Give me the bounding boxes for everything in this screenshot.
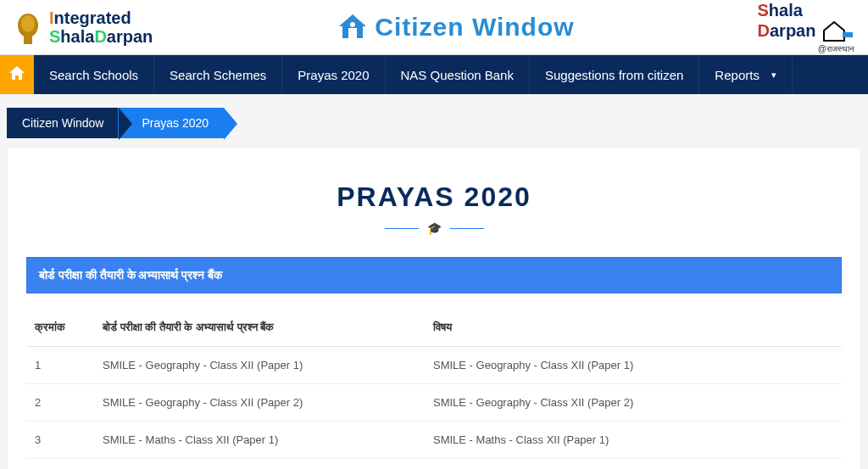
breadcrumb-prayas-2020[interactable]: Prayas 2020 [118,108,224,138]
nav-search-schools[interactable]: Search Schools [34,55,154,94]
nav-nas-question-bank[interactable]: NAS Question Bank [386,55,530,94]
cell-sn: 3 [26,422,94,459]
logo-left-text: Integrated ShalaDarpan [49,8,153,46]
section-heading: बोर्ड परीक्षा की तैयारी के अभ्यासार्थ प्… [26,257,842,293]
logo-text: hala [60,27,94,46]
cell-desc[interactable]: SMILE - Geography - Class XII (Paper 1) [94,347,425,384]
chevron-down-icon: ▾ [771,70,776,81]
table-row: 4 SMILE - Maths - Class XII (Paper 2) SM… [26,459,842,470]
cell-subject[interactable]: SMILE - Maths - Class XII (Paper 2) [425,459,842,470]
national-emblem-icon [14,8,42,46]
nav-suggestions[interactable]: Suggestions from citizen [530,55,699,94]
house-icon [336,13,370,42]
graduation-cap-icon: 🎓 [427,221,442,235]
divider-line-icon [450,228,484,229]
logo-text: arpan [107,27,153,46]
question-bank-table: क्रमांक बोर्ड परीक्षा की तैयारी के अभ्या… [26,309,842,469]
svg-rect-3 [348,28,357,38]
page-title: PRAYAS 2020 [26,181,842,213]
breadcrumb-label: Prayas 2020 [142,116,209,130]
cell-sn: 2 [26,384,94,422]
content-card: PRAYAS 2020 🎓 बोर्ड परीक्षा की तैयारी के… [7,147,861,469]
center-title: Citizen Window [375,13,574,42]
cell-desc[interactable]: SMILE - Geography - Class XII (Paper 2) [94,384,425,422]
logo-sub: @राजस्थान [758,45,854,53]
table-header-desc: बोर्ड परीक्षा की तैयारी के अभ्यासार्थ प्… [94,309,425,347]
cell-subject[interactable]: SMILE - Geography - Class XII (Paper 1) [425,347,842,384]
logo-text: ntegrated [54,8,131,27]
nav-label: Search Schools [49,68,138,82]
svg-point-2 [21,15,35,32]
nav-prayas-2020[interactable]: Prayas 2020 [282,55,385,94]
main-nav: Search Schools Search Schemes Prayas 202… [0,55,868,94]
cell-sn: 4 [26,459,94,470]
nav-search-schemes[interactable]: Search Schemes [154,55,282,94]
table-header-sn: क्रमांक [26,309,94,347]
logo-letter: D [94,27,106,46]
logo-letter: S [49,27,60,46]
nav-label: NAS Question Bank [401,68,514,82]
logo-center: Citizen Window [336,13,574,42]
table-row: 3 SMILE - Maths - Class XII (Paper 1) SM… [26,422,842,459]
table-row: 2 SMILE - Geography - Class XII (Paper 2… [26,384,842,422]
breadcrumb-citizen-window[interactable]: Citizen Window [7,108,119,138]
cell-subject[interactable]: SMILE - Geography - Class XII (Paper 2) [425,384,842,422]
cell-sn: 1 [26,347,94,384]
logo-left: Integrated ShalaDarpan [14,8,153,46]
nav-home[interactable] [0,55,34,94]
breadcrumb-label: Citizen Window [22,116,103,130]
nav-reports[interactable]: Reports ▾ [699,55,793,94]
logo-right: Shala Darpan @राजस्थान [758,2,854,53]
logo-text: hala [769,1,803,20]
cell-subject[interactable]: SMILE - Maths - Class XII (Paper 1) [425,422,842,459]
nav-label: Suggestions from citizen [545,68,683,82]
nav-label: Prayas 2020 [298,68,369,82]
divider-line-icon [385,228,419,229]
svg-rect-5 [843,32,853,37]
logo-letter: D [758,20,770,39]
cell-desc[interactable]: SMILE - Maths - Class XII (Paper 1) [94,422,425,459]
site-header: Integrated ShalaDarpan Citizen Window Sh… [0,0,868,55]
home-icon [9,66,25,83]
svg-point-4 [350,22,355,27]
cell-desc[interactable]: SMILE - Maths - Class XII (Paper 2) [94,459,425,470]
house2-icon [821,19,854,45]
table-row: 1 SMILE - Geography - Class XII (Paper 1… [26,347,842,384]
nav-label: Reports [715,68,760,82]
breadcrumb: Citizen Window Prayas 2020 [0,94,868,147]
nav-label: Search Schemes [170,68,266,82]
logo-text: arpan [770,20,815,39]
title-divider: 🎓 [26,221,842,235]
table-header-subject: विषय [425,309,842,347]
logo-letter: S [758,1,769,20]
